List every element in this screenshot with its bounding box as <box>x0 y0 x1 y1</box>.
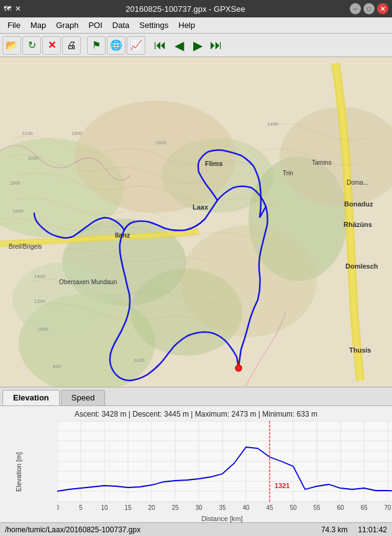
toolbar: 📂 ↻ ✕ 🖨 ⚑ 🌐 📈 ⏮ ◀ ▶ ⏭ <box>0 34 392 57</box>
print-button[interactable]: 🖨 <box>62 36 81 55</box>
menu-settings[interactable]: Settings <box>134 19 173 31</box>
svg-text:1800: 1800 <box>71 131 83 136</box>
graph-area: Ascent: 3428 m | Descent: 3445 m | Maxim… <box>0 405 392 522</box>
svg-text:Doma...: Doma... <box>347 179 368 186</box>
svg-text:40: 40 <box>242 504 250 511</box>
reload-button[interactable]: ↻ <box>22 36 41 55</box>
svg-text:Bonaduz: Bonaduz <box>344 200 373 208</box>
svg-text:55: 55 <box>313 504 321 511</box>
status-right: 74.3 km 11:01:42 <box>321 525 387 534</box>
svg-text:Laax: Laax <box>193 203 209 211</box>
svg-text:2100: 2100 <box>22 131 33 136</box>
menu-file[interactable]: File <box>2 19 25 31</box>
svg-text:60: 60 <box>337 504 344 511</box>
nav-prev-button[interactable]: ◀ <box>170 37 188 54</box>
svg-text:Breil/Brigels: Breil/Brigels <box>9 243 42 250</box>
svg-text:Tamins: Tamins <box>312 159 332 166</box>
menu-help[interactable]: Help <box>173 19 200 31</box>
waypoint-button[interactable]: ⚑ <box>87 36 106 55</box>
menu-poi[interactable]: POI <box>83 19 107 31</box>
tabs-area: Elevation Speed <box>0 387 392 405</box>
svg-point-10 <box>12 262 112 337</box>
svg-text:1400: 1400 <box>134 358 145 363</box>
close-x-icon[interactable]: ✕ <box>15 4 21 13</box>
svg-text:50: 50 <box>289 504 297 511</box>
svg-text:1600: 1600 <box>155 140 166 146</box>
svg-text:1400: 1400 <box>34 274 45 279</box>
svg-text:1200: 1200 <box>34 298 45 304</box>
svg-text:5: 5 <box>79 504 83 511</box>
svg-point-35 <box>235 365 242 371</box>
svg-text:Thusis: Thusis <box>349 346 371 354</box>
svg-text:70: 70 <box>384 504 391 511</box>
nav-last-button[interactable]: ⏭ <box>207 37 225 54</box>
nav-first-button[interactable]: ⏮ <box>152 37 169 54</box>
nav-next-button[interactable]: ▶ <box>189 37 206 54</box>
map-tile-button[interactable]: 🌐 <box>107 36 125 55</box>
svg-text:20: 20 <box>148 504 155 511</box>
svg-text:25: 25 <box>171 504 179 511</box>
svg-point-7 <box>75 101 236 213</box>
status-bar: /home/tumic/Laax/20160825-100737.gpx 74.… <box>0 522 392 536</box>
title-bar-title: 20160825-100737.gpx - GPXSee <box>21 4 350 14</box>
svg-text:1000: 1000 <box>37 326 48 332</box>
title-bar-left: 🗺 ✕ <box>4 4 21 13</box>
tab-row: Elevation Speed <box>0 387 392 405</box>
svg-text:1800: 1800 <box>9 180 21 186</box>
map-area[interactable]: 2100 2000 1800 1600 1400 1200 1000 800 1… <box>0 57 392 387</box>
menu-data[interactable]: Data <box>107 19 134 31</box>
svg-text:0: 0 <box>57 504 59 511</box>
svg-text:10: 10 <box>101 504 108 511</box>
svg-text:Flims: Flims <box>205 160 223 167</box>
title-bar-controls: ─ □ ✕ <box>350 3 388 14</box>
distance-value: 74.3 km <box>321 525 348 534</box>
svg-text:2000: 2000 <box>28 155 39 161</box>
graph-stats: Ascent: 3428 m | Descent: 3445 m | Maxim… <box>0 409 392 421</box>
svg-text:Obersaxen Mundaun: Obersaxen Mundaun <box>59 279 117 285</box>
x-axis-label: Distance [km] <box>57 515 387 522</box>
menu-bar: File Map Graph POI Data Settings Help <box>0 17 392 34</box>
svg-point-8 <box>180 225 317 337</box>
title-bar: 🗺 ✕ 20160825-100737.gpx - GPXSee ─ □ ✕ <box>0 0 392 17</box>
svg-text:1321: 1321 <box>275 482 289 489</box>
svg-text:800: 800 <box>53 364 62 369</box>
graph-canvas-wrapper[interactable]: Elevation [m] <box>0 421 392 522</box>
menu-graph[interactable]: Graph <box>51 19 83 31</box>
svg-text:45: 45 <box>266 504 273 511</box>
svg-text:1600: 1600 <box>12 208 24 214</box>
time-value: 11:01:42 <box>358 525 387 534</box>
svg-text:35: 35 <box>219 504 226 511</box>
open-button[interactable]: 📂 <box>2 36 21 55</box>
close-button[interactable]: ✕ <box>377 3 388 14</box>
app-icon: 🗺 <box>4 4 11 13</box>
graph-toggle-button[interactable]: 📈 <box>127 36 145 55</box>
svg-text:Rhäzüns: Rhäzüns <box>344 221 372 228</box>
menu-map[interactable]: Map <box>25 19 51 31</box>
svg-text:15: 15 <box>124 504 132 511</box>
close-file-button[interactable]: ✕ <box>42 36 61 55</box>
map-svg: 2100 2000 1800 1600 1400 1200 1000 800 1… <box>0 57 392 387</box>
svg-text:65: 65 <box>360 504 368 511</box>
elevation-graph: 800 1000 1200 1400 1600 1800 2000 2200 2… <box>57 421 392 513</box>
svg-text:1400: 1400 <box>267 121 278 127</box>
svg-text:Domlesch: Domlesch <box>345 262 378 270</box>
tab-speed[interactable]: Speed <box>61 390 106 405</box>
y-axis-label: Elevation [m] <box>15 452 22 492</box>
svg-text:30: 30 <box>195 504 203 511</box>
svg-text:Trin: Trin <box>283 170 293 177</box>
minimize-button[interactable]: ─ <box>350 3 361 14</box>
file-path: /home/tumic/Laax/20160825-100737.gpx <box>5 525 140 534</box>
maximize-button[interactable]: □ <box>363 3 375 14</box>
tab-elevation[interactable]: Elevation <box>2 390 60 405</box>
